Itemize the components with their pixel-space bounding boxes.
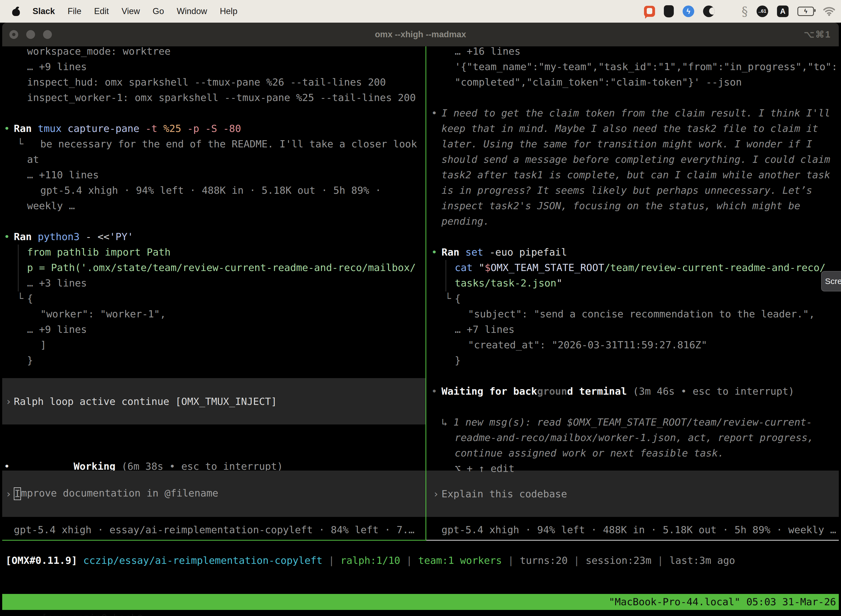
moon-icon[interactable] (703, 6, 715, 17)
dot-grid-icon[interactable] (724, 7, 733, 16)
line-bullet: • (431, 106, 437, 121)
suggestion-text: Explain this codebase (441, 488, 567, 500)
window-title: omx --xhigh --madmax (2, 23, 839, 46)
terminal-line: •I need to get the claim token from the … (426, 106, 839, 121)
terminal-line: … +7 lines (426, 322, 839, 337)
line-bullet: • (431, 245, 437, 260)
agent-loop-text: Ralph loop active continue [OMX_TMUX_INJ… (14, 396, 277, 407)
terminal-line: … +3 lines (2, 276, 425, 291)
terminal-line: "completed","claim_token":"claim-token"}… (426, 75, 839, 90)
terminal-line: from pathlib import Path (2, 245, 425, 260)
terminal-line: } (426, 353, 839, 368)
line-bullet: • (4, 121, 10, 136)
prompt-chevron: › (6, 396, 12, 407)
terminal-line: └{ (426, 291, 839, 307)
terminal-line: is in progress? It seems likely but perh… (426, 183, 839, 198)
menu-item-go[interactable]: Go (152, 6, 164, 16)
terminal-line: '{"team_name":"my-team","task_id":"1","f… (426, 59, 839, 75)
menu-bar: Slack FileEditViewGoWindowHelp ϟ § ..61 … (0, 0, 841, 23)
line-bullet: • (431, 384, 437, 399)
terminal-line: should send a message before completing … (426, 152, 839, 167)
terminal-line: continue assigned work or next feasible … (426, 446, 839, 461)
suggestion-text: mprove documentation in @filename (21, 487, 218, 499)
model-status-left: gpt-5.4 xhigh · essay/ai-reimplementatio… (2, 522, 425, 538)
menu-item-view[interactable]: View (122, 6, 140, 16)
menu-item-help[interactable]: Help (220, 6, 237, 16)
terminal-line: readme-and-reco/mailbox/worker-1.json, a… (426, 430, 839, 446)
terminal-line: •Ran tmux capture-pane -t %25 -p -S -80 (2, 121, 425, 136)
terminal-window: omx --xhigh --madmax ⌥⌘1 › Ralph loop ac… (2, 23, 839, 616)
terminal-line: … +9 lines (2, 322, 425, 337)
terminal-line: cat "$OMX_TEAM_STATE_ROOT/team/review-cu… (426, 260, 839, 276)
terminal-cursor[interactable]: I (14, 487, 21, 500)
terminal-line: task2 after task1 is complete, but can I… (426, 167, 839, 183)
terminal-line: weekly … (2, 198, 425, 214)
terminal-content: › Ralph loop active continue [OMX_TMUX_I… (2, 46, 839, 616)
terminal-line: "created_at": "2026-03-31T11:59:27.816Z" (426, 337, 839, 353)
terminal-line: } (2, 353, 425, 368)
terminal-line: workspace_mode: worktree (2, 46, 425, 59)
line-bullet: • (4, 229, 10, 245)
bolt-badge-icon[interactable]: ϟ (683, 6, 694, 17)
input-source-badge[interactable]: A (777, 6, 788, 17)
working-status: •Working (6m 38s • esc to interrupt) (2, 443, 425, 459)
terminal-line: •Ran python3 - <<'PY' (2, 229, 425, 245)
battery-icon[interactable]: ϟ (797, 7, 814, 16)
window-shortcut-hint: ⌥⌘1 (804, 23, 831, 46)
app-menu-slack[interactable]: Slack (32, 6, 55, 16)
model-status-right: gpt-5.4 xhigh · 94% left · 488K in · 5.1… (426, 522, 839, 538)
terminal-line: later. Using the same for transition mig… (426, 136, 839, 152)
output-elbow: └ (18, 291, 23, 307)
pane-right[interactable]: › Explain this codebase gpt-5.4 xhigh · … (426, 46, 839, 540)
wifi-icon[interactable] (823, 6, 835, 16)
terminal-line: └be necessary for the end of the README.… (2, 136, 425, 152)
squiggle-icon[interactable]: § (742, 4, 748, 19)
output-elbow: └ (18, 136, 23, 152)
pane-bottom-border-active (2, 540, 426, 541)
terminal-line: •Ran set -euo pipefail (426, 245, 839, 260)
screen-recording-icon[interactable] (644, 6, 655, 17)
prompt-suggestion-left[interactable]: › Improve documentation in @filename (2, 471, 425, 517)
prompt-suggestion-right[interactable]: › Explain this codebase (426, 471, 839, 517)
terminal-line: ⌥ + ↑ edit (426, 461, 839, 476)
pane-bottom-border (426, 540, 839, 541)
terminal-line: tasks/task-2.json" (426, 276, 839, 291)
screen: Slack FileEditViewGoWindowHelp ϟ § ..61 … (0, 0, 841, 616)
terminal-line: inspect_worker-1: omx sparkshell --tmux-… (2, 90, 425, 106)
terminal-line: inspect task2's JSON, focusing on the st… (426, 198, 839, 214)
privacy-shield-icon[interactable] (664, 5, 674, 18)
tmux-session-label: [omx-cczip0:bash* (41, 612, 143, 616)
agent-loop-banner: › Ralph loop active continue [OMX_TMUX_I… (2, 378, 425, 424)
pane-left[interactable]: › Ralph loop active continue [OMX_TMUX_I… (2, 46, 425, 540)
terminal-line: keep that in mind. Maybe I also need the… (426, 121, 839, 136)
terminal-line: … +16 lines (426, 46, 839, 59)
count-badge[interactable]: ..61 (757, 6, 768, 17)
menu-items: FileEditViewGoWindowHelp (67, 6, 237, 16)
terminal-line: gpt-5.4 xhigh · 94% left · 488K in · 5.1… (2, 183, 425, 198)
tmux-host-time: "MacBook-Pro-44.local" 05:03 31-Mar-26 (609, 594, 836, 610)
terminal-line: at (2, 152, 425, 167)
menu-item-edit[interactable]: Edit (94, 6, 109, 16)
window-titlebar[interactable]: omx --xhigh --madmax ⌥⌘1 (2, 23, 839, 46)
terminal-line: ↳ 1 new msg(s): read $OMX_TEAM_STATE_ROO… (426, 415, 839, 430)
terminal-line: inspect_hud: omx sparkshell --tmux-pane … (2, 75, 425, 90)
terminal-line: ] (2, 337, 425, 353)
tmux-status-bar: [omx-cczip0:bash* "MacBook-Pro-44.local"… (2, 594, 839, 610)
prompt-chevron: › (6, 488, 12, 500)
menu-item-window[interactable]: Window (177, 6, 207, 16)
prompt-chevron: › (433, 488, 439, 500)
terminal-line: └{ (2, 291, 425, 307)
omx-status-line: [OMX#0.11.9] cczip/essay/ai-reimplementa… (6, 553, 735, 568)
output-elbow: └ (445, 291, 451, 307)
terminal-line: •Waiting for background terminal (3m 46s… (426, 384, 839, 399)
terminal-line: "subject": "send a concise recommendatio… (426, 307, 839, 322)
terminal-line: … +110 lines (2, 167, 425, 183)
apple-menu-icon[interactable] (12, 6, 20, 16)
terminal-line: pending. (426, 214, 839, 229)
menu-item-file[interactable]: File (67, 6, 81, 16)
terminal-line: … +9 lines (2, 59, 425, 75)
terminal-line: "worker": "worker-1", (2, 307, 425, 322)
screen-sharing-overlay[interactable]: Scre (821, 271, 841, 292)
terminal-line: p = Path('.omx/state/team/review-current… (2, 260, 425, 276)
